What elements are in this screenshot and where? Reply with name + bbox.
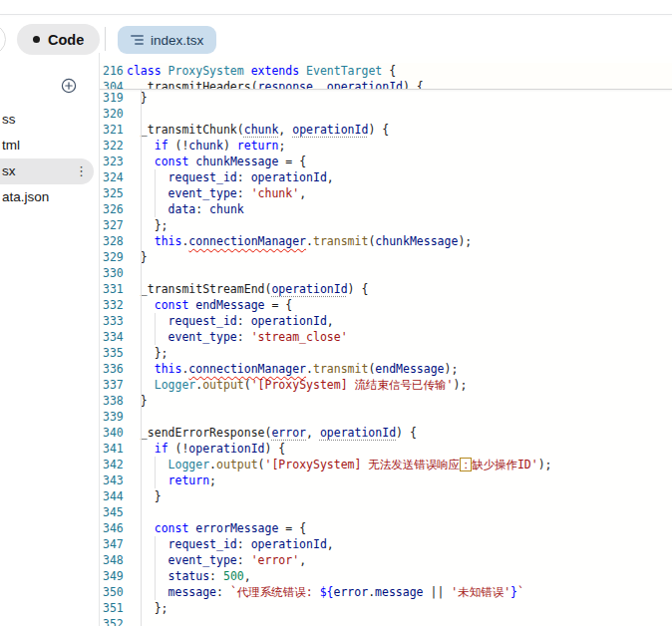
indent-guide — [141, 154, 142, 169]
line-content: request_id: operationId, — [127, 169, 672, 185]
sidebar-item-label: sx — [2, 163, 16, 178]
line-number: 342 — [100, 457, 127, 472]
toolbar-separator — [105, 27, 106, 51]
line-number: 330 — [100, 265, 127, 281]
file-sidebar: sstmlsx⋮ata.json — [0, 107, 97, 210]
indent-guide — [141, 393, 142, 409]
code-line[interactable]: 349 status: 500, — [100, 568, 672, 584]
code-line[interactable]: 330 — [100, 265, 672, 281]
line-content: }; — [127, 217, 672, 233]
code-line[interactable]: 337 Logger.output('[ProxySystem] 流结束信号已传… — [100, 377, 672, 393]
code-lines[interactable]: 319 }320321 _transmitChunk(chunk, operat… — [100, 90, 672, 626]
code-line[interactable]: 336 this.connectionManager.transmit(endM… — [100, 361, 672, 377]
line-number: 319 — [100, 90, 127, 106]
code-line[interactable]: 338 } — [100, 393, 672, 409]
code-line[interactable]: 347 request_id: operationId, — [100, 536, 672, 552]
line-number: 351 — [100, 600, 127, 616]
code-line[interactable]: 322 if (!chunk) return; — [100, 138, 672, 154]
indent-guide — [141, 441, 142, 457]
line-number: 337 — [100, 377, 127, 393]
indent-guide — [141, 281, 142, 297]
code-line[interactable]: 341 if (!operationId) { — [100, 441, 672, 457]
indent-guide — [141, 584, 142, 600]
line-number: 344 — [100, 488, 127, 504]
line-number: 333 — [100, 313, 127, 329]
line-content: const endMessage = { — [127, 297, 672, 313]
line-content: Logger.output('[ProxySystem] 流结束信号已传输'); — [127, 377, 672, 393]
code-line[interactable]: 345 — [100, 504, 672, 520]
code-editor[interactable]: 319 }320321 _transmitChunk(chunk, operat… — [100, 56, 672, 626]
line-number: 341 — [100, 441, 127, 457]
code-line[interactable]: 350 message: `代理系统错误: ${error.message ||… — [100, 584, 672, 600]
line-content: _transmitStreamEnd(operationId) { — [127, 281, 672, 297]
item-menu-kebab-icon[interactable]: ⋮ — [75, 158, 88, 184]
line-number: 339 — [100, 409, 127, 425]
code-line[interactable]: 327 }; — [100, 217, 672, 233]
code-line[interactable]: 335 }; — [100, 345, 672, 361]
sidebar-item-label: ss — [2, 112, 16, 127]
line-number: 338 — [100, 393, 127, 409]
code-line[interactable]: 334 event_type: 'stream_close' — [100, 329, 672, 345]
sidebar-item-ss[interactable]: ss — [0, 107, 97, 133]
line-number: 326 — [100, 201, 127, 217]
code-line[interactable]: 320 — [100, 106, 672, 122]
indent-guide — [155, 313, 156, 329]
file-tab-index-tsx[interactable]: index.tsx — [118, 26, 216, 54]
code-line[interactable]: 321 _transmitChunk(chunk, operationId) { — [100, 122, 672, 138]
indent-guide — [141, 217, 142, 233]
line-content: request_id: operationId, — [127, 536, 672, 552]
code-line[interactable]: 326 data: chunk — [100, 201, 672, 217]
indent-guide — [141, 106, 142, 122]
indent-guide — [141, 536, 142, 552]
line-number: 340 — [100, 425, 127, 441]
code-line[interactable]: 323 const chunkMessage = { — [100, 154, 672, 169]
code-line[interactable]: 340 _sendErrorResponse(error, operationI… — [100, 425, 672, 441]
indent-guide — [141, 361, 142, 377]
sidebar-item-tml[interactable]: tml — [0, 133, 97, 158]
line-number: 321 — [100, 122, 127, 138]
line-content: }; — [127, 600, 672, 616]
indent-guide — [155, 536, 156, 552]
code-line[interactable]: 346 const errorMessage = { — [100, 520, 672, 536]
sidebar-item-label: tml — [2, 138, 20, 153]
line-content: } — [127, 488, 672, 504]
code-line[interactable]: 324 request_id: operationId, — [100, 169, 672, 185]
code-line[interactable]: 319 } — [100, 90, 672, 106]
top-border — [0, 14, 672, 15]
indent-guide — [141, 138, 142, 154]
code-line[interactable]: 216class ProxySystem extends EventTarget… — [100, 63, 672, 79]
line-number: 320 — [100, 106, 127, 122]
cutoff-button[interactable] — [0, 24, 6, 55]
code-line[interactable]: 343 return; — [100, 472, 672, 488]
code-line[interactable]: 344 } — [100, 488, 672, 504]
code-line[interactable]: 342 Logger.output('[ProxySystem] 无法发送错误响… — [100, 457, 672, 472]
line-content: if (!chunk) return; — [127, 138, 672, 154]
indent-guide — [141, 616, 142, 626]
sidebar-item-atajson[interactable]: ata.json — [0, 184, 97, 210]
code-line[interactable]: 328 this.connectionManager.transmit(chun… — [100, 233, 672, 249]
line-number: 324 — [100, 169, 127, 185]
line-number: 335 — [100, 345, 127, 361]
sidebar-item-sx[interactable]: sx⋮ — [0, 158, 97, 184]
code-line[interactable]: 329 } — [100, 249, 672, 265]
indent-guide — [155, 568, 156, 584]
code-line[interactable]: 332 const endMessage = { — [100, 297, 672, 313]
add-button[interactable] — [60, 77, 78, 95]
code-line[interactable]: 348 event_type: 'error', — [100, 552, 672, 568]
code-line[interactable]: 325 event_type: 'chunk', — [100, 185, 672, 201]
code-line[interactable]: 331 _transmitStreamEnd(operationId) { — [100, 281, 672, 297]
line-number: 304 — [100, 79, 127, 90]
code-line[interactable]: 304 _transmitHeaders(response, operation… — [100, 79, 672, 90]
code-line[interactable]: 351 }; — [100, 600, 672, 616]
code-line[interactable]: 352 — [100, 616, 672, 626]
line-content — [127, 106, 672, 122]
line-content — [127, 265, 672, 281]
code-line[interactable]: 339 — [100, 409, 672, 425]
indent-guide — [155, 457, 156, 472]
line-content: class ProxySystem extends EventTarget { — [127, 63, 672, 79]
code-line[interactable]: 333 request_id: operationId, — [100, 313, 672, 329]
line-content: } — [127, 249, 672, 265]
indent-guide — [141, 377, 142, 393]
indent-guide — [141, 122, 142, 138]
code-toggle-button[interactable]: Code — [17, 24, 100, 55]
